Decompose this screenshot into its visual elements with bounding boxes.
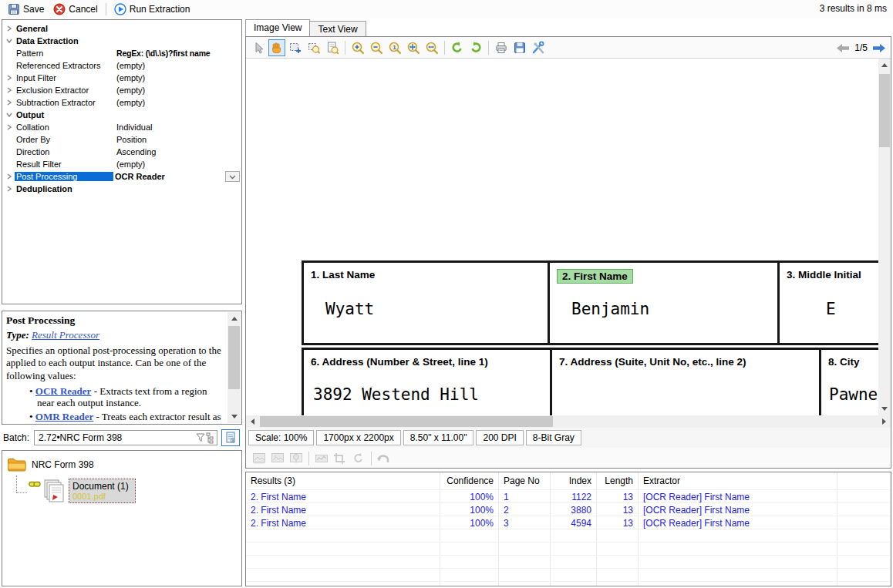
chevron-right-icon[interactable] [2, 25, 16, 32]
scroll-up-icon[interactable] [227, 312, 241, 325]
form-row-2: 6. Address (Number & Street, line 1) 389… [302, 348, 891, 415]
property-label: Referenced Extractors [16, 61, 115, 70]
extractor-header[interactable]: Extractor [639, 472, 837, 489]
image-edit-icon[interactable] [269, 450, 286, 467]
property-category-output[interactable]: Output [2, 109, 241, 121]
scroll-down-icon[interactable] [227, 410, 241, 423]
chevron-down-icon[interactable] [2, 111, 16, 119]
length-header[interactable]: Length [597, 472, 639, 489]
zoom-fit-width-icon[interactable] [423, 39, 440, 56]
levels-icon[interactable] [313, 450, 330, 467]
undo-icon[interactable] [376, 450, 393, 467]
result-length: 13 [597, 503, 639, 516]
next-page-icon[interactable] [872, 43, 886, 53]
tree-document-node[interactable]: Document (1) 0001.pdf [29, 479, 136, 503]
chevron-down-icon[interactable] [2, 37, 16, 45]
viewer-vertical-scrollbar[interactable] [878, 59, 891, 415]
zoom-out-icon[interactable] [368, 39, 385, 56]
property-value[interactable]: (empty) [115, 86, 241, 95]
property-value[interactable]: (empty) [115, 98, 241, 107]
save-button[interactable]: Save [3, 2, 49, 17]
refresh-icon[interactable] [350, 450, 367, 467]
tab-image-view[interactable]: Image View [245, 19, 310, 36]
property-value[interactable]: (empty) [115, 160, 241, 169]
save-image-icon[interactable] [511, 39, 528, 56]
chevron-right-icon[interactable] [2, 86, 16, 94]
result-processor-link[interactable]: Result Processor [32, 329, 99, 341]
property-row-pattern[interactable]: Pattern RegEx: (\d\.\s)?first name [2, 47, 241, 59]
scrollbar-thumb[interactable] [260, 416, 553, 427]
property-row-order-by[interactable]: Order By Position [2, 133, 241, 146]
chevron-right-icon[interactable] [2, 74, 16, 82]
scroll-up-icon[interactable] [878, 59, 891, 72]
help-scrollbar[interactable] [227, 312, 241, 423]
property-row-direction[interactable]: Direction Ascending [2, 146, 241, 158]
property-value[interactable]: Ascending [115, 147, 241, 156]
index-header[interactable]: Index [551, 472, 597, 489]
run-extraction-button[interactable]: Run Extraction [110, 2, 195, 17]
zoom-zone-tool-icon[interactable] [305, 39, 322, 56]
tree-root-node[interactable]: NRC Form 398 [7, 457, 94, 472]
result-row[interactable]: 2. First Name 100% 1 1122 13 [OCR Reader… [246, 489, 891, 502]
property-value[interactable]: RegEx: (\d\.\s)?first name [115, 49, 241, 58]
batch-selector[interactable]: 2.72•NRC Form 398 [34, 430, 217, 445]
cancel-button[interactable]: Cancel [49, 2, 102, 17]
rotate-right-icon[interactable] [467, 39, 484, 56]
chevron-right-icon[interactable] [2, 99, 16, 106]
chevron-right-icon[interactable] [2, 123, 16, 131]
property-value[interactable]: Position [115, 135, 241, 144]
document-node-selected[interactable]: Document (1) 0001.pdf [69, 479, 136, 503]
crop-icon[interactable] [332, 450, 349, 467]
field-value: 3892 Westend Hill [313, 385, 479, 404]
property-row-collation[interactable]: Collation Individual [2, 121, 241, 133]
property-category-deduplication[interactable]: Deduplication [2, 183, 241, 195]
page-preview-icon[interactable] [324, 39, 341, 56]
dropdown-button[interactable] [225, 171, 240, 182]
property-row-post-processing[interactable]: Post Processing OCR Reader [2, 170, 241, 183]
property-category-general[interactable]: General [2, 22, 241, 35]
tab-text-view[interactable]: Text View [310, 21, 366, 36]
scroll-down-icon[interactable] [878, 402, 891, 415]
confidence-header[interactable]: Confidence [440, 472, 499, 489]
viewer-horizontal-scrollbar[interactable] [246, 415, 891, 428]
pointer-tool-icon[interactable] [250, 39, 267, 56]
pan-hand-tool-icon[interactable] [268, 39, 285, 56]
result-row[interactable]: 2. First Name 100% 3 4594 13 [OCR Reader… [246, 516, 891, 529]
result-row[interactable]: 2. First Name 100% 2 3880 13 [OCR Reader… [246, 502, 891, 516]
property-row-result-filter[interactable]: Result Filter (empty) [2, 158, 241, 170]
previous-page-icon[interactable] [836, 43, 850, 53]
property-value[interactable]: (empty) [115, 73, 241, 82]
zoom-in-icon[interactable] [349, 39, 366, 56]
results-count-header[interactable]: Results (3) [246, 472, 440, 489]
omr-reader-link[interactable]: OMR Reader [35, 411, 93, 422]
property-row-exclusion-extractor[interactable]: Exclusion Extractor (empty) [2, 84, 241, 96]
result-index: 3880 [551, 503, 597, 516]
property-value[interactable]: Individual [115, 123, 241, 132]
filter-tree-icon[interactable] [196, 432, 214, 444]
scrollbar-thumb[interactable] [879, 74, 890, 147]
view-document-button[interactable]: a [221, 429, 240, 446]
image-filter-icon[interactable] [288, 450, 305, 467]
settings-tools-icon[interactable] [530, 39, 547, 56]
image-edit-icon[interactable] [251, 450, 268, 467]
property-row-referenced-extractors[interactable]: Referenced Extractors (empty) [2, 59, 241, 72]
new-zone-tool-icon[interactable] [287, 39, 304, 56]
property-value[interactable]: (empty) [115, 61, 241, 70]
ocr-reader-link[interactable]: OCR Reader [35, 385, 92, 397]
scrollbar-thumb[interactable] [228, 326, 240, 389]
scroll-left-icon[interactable] [246, 415, 259, 428]
zoom-actual-size-icon[interactable]: 1 [386, 39, 403, 56]
rotate-left-icon[interactable] [449, 39, 466, 56]
print-icon[interactable] [493, 39, 510, 56]
document-image-viewer[interactable]: 1. Last Name Wyatt 2. First Name Benjami… [246, 59, 891, 415]
image-edit-toolbar [246, 448, 891, 469]
property-category-data-extraction[interactable]: Data Extraction [2, 35, 241, 47]
zoom-fit-page-icon[interactable] [405, 39, 422, 56]
property-row-input-filter[interactable]: Input Filter (empty) [2, 72, 241, 84]
scroll-right-icon[interactable] [878, 415, 891, 428]
property-row-subtraction-extractor[interactable]: Subtraction Extractor (empty) [2, 96, 241, 109]
empty-row [246, 555, 891, 568]
page-no-header[interactable]: Page No [499, 472, 551, 489]
property-value[interactable]: OCR Reader [113, 172, 241, 181]
chevron-right-icon[interactable] [2, 185, 16, 193]
